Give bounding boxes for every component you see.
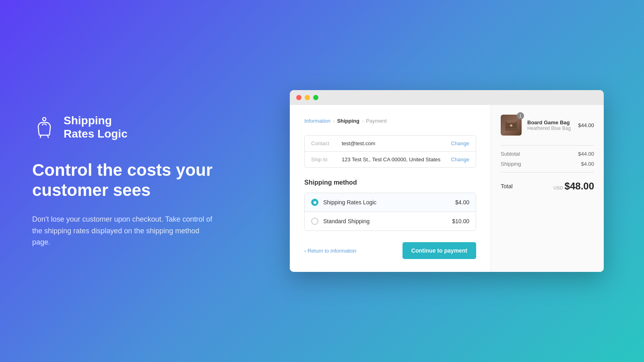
shipping-label: Shipping — [501, 161, 521, 167]
option-price-0: $4.00 — [455, 199, 469, 206]
summary-divider-2 — [501, 172, 594, 173]
browser-content: Information › Shipping › Payment Contact… — [290, 105, 604, 272]
svg-rect-4 — [506, 127, 516, 128]
order-summary: 1 Board Game Bag Heathered Blue Bag $44.… — [491, 105, 604, 272]
shipto-change[interactable]: Change — [451, 156, 469, 162]
info-row-shipto: Ship to 123 Test St., Test CA 00000, Uni… — [305, 152, 476, 167]
breadcrumb-payment: Payment — [366, 118, 386, 124]
shipping-value: $4.00 — [581, 161, 594, 167]
breadcrumb-information[interactable]: Information — [304, 118, 330, 124]
summary-shipping-row: Shipping $4.00 — [501, 159, 594, 169]
subtotal-value: $44.00 — [578, 151, 594, 157]
product-price: $44.00 — [578, 122, 594, 128]
option-name-1: Standard Shipping — [323, 218, 447, 224]
option-price-1: $10.00 — [452, 218, 469, 224]
svg-point-5 — [510, 124, 512, 127]
shipping-option-1[interactable]: Standard Shipping $10.00 — [305, 212, 476, 230]
return-link[interactable]: Return to information — [304, 248, 356, 254]
subtext: Don't lose your customer upon checkout. … — [32, 214, 217, 248]
summary-divider-1 — [501, 145, 594, 146]
contact-label: Contact — [311, 140, 335, 146]
total-amount: USD $48.00 — [553, 181, 594, 192]
radio-btn-0[interactable] — [311, 199, 318, 206]
logo-icon — [32, 115, 56, 139]
svg-point-0 — [43, 117, 46, 121]
dot-green[interactable] — [313, 95, 318, 100]
product-info: Board Game Bag Heathered Blue Bag — [527, 119, 572, 131]
logo-area: Shipping Rates Logic — [32, 114, 217, 141]
right-panel: Information › Shipping › Payment Contact… — [250, 74, 644, 288]
checkout-footer: Return to information Continue to paymen… — [304, 242, 476, 259]
svg-rect-2 — [507, 120, 515, 123]
total-currency: USD — [553, 185, 563, 190]
subtotal-label: Subtotal — [501, 151, 520, 157]
option-name-0: Shipping Rates Logic — [323, 199, 450, 206]
shipping-option-0[interactable]: Shipping Rates Logic $4.00 — [305, 193, 476, 212]
shipping-section-title: Shipping method — [304, 179, 476, 186]
info-table: Contact test@test.com Change Ship to 123… — [304, 135, 476, 168]
breadcrumb-sep-1: › — [333, 118, 334, 124]
shipto-label: Ship to — [311, 156, 335, 162]
info-row-contact: Contact test@test.com Change — [305, 136, 476, 152]
continue-button[interactable]: Continue to payment — [402, 242, 476, 259]
logo-text: Shipping Rates Logic — [64, 114, 128, 141]
product-thumbnail — [503, 117, 519, 133]
product-quantity-badge: 1 — [517, 112, 524, 119]
product-row: 1 Board Game Bag Heathered Blue Bag $44.… — [501, 115, 594, 136]
checkout-main: Information › Shipping › Payment Contact… — [290, 105, 491, 272]
breadcrumb-sep-2: › — [362, 118, 363, 124]
total-value: $48.00 — [565, 181, 594, 192]
dot-yellow[interactable] — [305, 95, 310, 100]
contact-value: test@test.com — [342, 140, 444, 146]
shipto-value: 123 Test St., Test CA 00000, United Stat… — [342, 156, 444, 162]
total-label: Total — [501, 183, 513, 189]
summary-subtotal-row: Subtotal $44.00 — [501, 149, 594, 159]
product-name: Board Game Bag — [527, 119, 572, 125]
browser-window: Information › Shipping › Payment Contact… — [290, 90, 604, 272]
breadcrumb: Information › Shipping › Payment — [304, 118, 476, 124]
summary-total-row: Total USD $48.00 — [501, 176, 594, 192]
dot-red[interactable] — [296, 95, 301, 100]
shipping-options: Shipping Rates Logic $4.00 Standard Ship… — [304, 193, 476, 231]
left-panel: Shipping Rates Logic Control the costs y… — [0, 90, 250, 272]
contact-change[interactable]: Change — [451, 140, 469, 146]
breadcrumb-shipping: Shipping — [337, 118, 359, 124]
headline: Control the costs your customer sees — [32, 160, 217, 201]
radio-btn-1[interactable] — [311, 218, 318, 225]
product-variant: Heathered Blue Bag — [527, 125, 572, 131]
browser-titlebar — [290, 90, 604, 105]
product-img-wrap: 1 — [501, 115, 522, 136]
